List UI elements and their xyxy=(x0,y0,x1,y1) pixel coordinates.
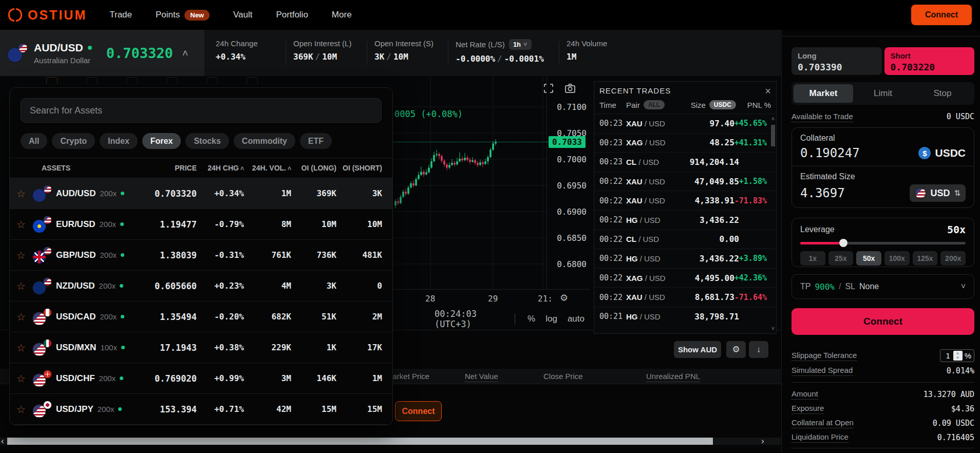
trade-size: 48.25 xyxy=(676,138,734,147)
nav-item-label: Portfolio xyxy=(276,10,308,20)
scale-button-log[interactable]: log xyxy=(545,314,557,324)
trades-scrollbar-thumb[interactable] xyxy=(771,125,775,146)
asset-filter-pill[interactable]: Stocks xyxy=(185,133,229,149)
asset-column-header[interactable]: OI (SHORT) xyxy=(336,164,382,172)
favorite-star-icon[interactable]: ☆ xyxy=(10,280,32,292)
asset-filter-pill[interactable]: ETF xyxy=(300,133,332,149)
asset-column-header[interactable]: 24H CHG˄ xyxy=(197,164,244,172)
leverage-preset-button[interactable]: 1x xyxy=(800,251,825,266)
asset-row[interactable]: ☆ USD/CHF 200x 0.769020 +0.99% 3M 146K 1… xyxy=(10,363,393,394)
asset-row[interactable]: ☆ USD/MXN 100x 17.1943 +0.38% 229K 1K 17… xyxy=(10,332,393,363)
asset-row[interactable]: ☆ USD/CAD 200x 1.35494 -0.20% 682K 51K 2… xyxy=(10,301,393,332)
favorite-star-icon[interactable]: ☆ xyxy=(10,311,32,323)
leverage-preset-button[interactable]: 200x xyxy=(940,251,966,266)
trades-scrollbar[interactable]: ˄ ˅ xyxy=(770,116,776,331)
nav-item[interactable]: More xyxy=(332,10,352,20)
horizontal-scrollbar-track[interactable] xyxy=(0,438,781,445)
leverage-slider[interactable] xyxy=(800,239,966,247)
size-currency-selector[interactable]: USD ⇅ xyxy=(910,184,966,202)
asset-filter-pill[interactable]: Forex xyxy=(142,133,181,149)
scroll-left-icon[interactable]: ‹ xyxy=(1,436,4,446)
favorite-star-icon[interactable]: ☆ xyxy=(10,372,32,385)
time-axis-label: 29 xyxy=(488,294,498,304)
chart-clock[interactable]: 00:24:03 (UTC+3) xyxy=(435,309,507,329)
positions-connect-button[interactable]: Connect xyxy=(395,401,442,421)
ostium-logo[interactable]: OSTIUM xyxy=(8,8,87,23)
favorite-star-icon[interactable]: ☆ xyxy=(10,342,32,354)
leverage-preset-button[interactable]: 100x xyxy=(884,251,910,266)
asset-max-leverage: 200x xyxy=(99,281,116,290)
favorite-star-icon[interactable]: ☆ xyxy=(10,218,32,231)
asset-filter-pill[interactable]: Index xyxy=(100,133,138,149)
camera-snapshot-icon[interactable] xyxy=(564,82,576,95)
asset-filter-pill[interactable]: Crypto xyxy=(52,133,95,149)
order-type-tab[interactable]: Market xyxy=(794,84,853,103)
trade-size: 3,436.22 xyxy=(679,254,739,263)
long-button[interactable]: Long 0.703390 xyxy=(791,47,882,75)
asset-row[interactable]: ☆ GBP/USD 200x 1.38039 -0.31% 761K 736K … xyxy=(10,240,393,271)
asset-column-header[interactable]: 24H. VOL.˄ xyxy=(244,164,291,172)
stat-24h-volume-value: 1M xyxy=(567,52,607,62)
favorite-star-icon[interactable]: ☆ xyxy=(10,187,32,200)
nav-item[interactable]: Points New xyxy=(156,10,210,21)
asset-row[interactable]: ☆ EUR/USD 200x 1.19477 -0.79% 8M 10M 10M xyxy=(10,209,393,240)
slippage-input[interactable] xyxy=(943,351,951,361)
scroll-down-icon[interactable]: ˅ xyxy=(770,325,776,331)
collateral-currency-selector[interactable]: $ USDC xyxy=(918,147,966,159)
asset-column-header[interactable]: OI (LONG) xyxy=(291,164,336,172)
pair-selector[interactable]: AUD/USD Australian Dollar 0.703320 ˄ xyxy=(0,30,204,76)
asset-table-header: ASSETS PRICE 24H CHG˄ 24H. VOL.˄ OI (LON… xyxy=(10,158,393,178)
collateral-at-open-value: 0.09 USDC xyxy=(933,419,974,428)
asset-filter-pill[interactable]: Commodity xyxy=(234,133,295,149)
nav-item[interactable]: Trade xyxy=(109,10,132,20)
asset-oi-short: 15M xyxy=(336,404,382,414)
close-icon[interactable]: × xyxy=(765,87,771,95)
tp-sl-expander[interactable]: TP 900% / SL None ˅ xyxy=(791,274,974,299)
leverage-preset-button[interactable]: 125x xyxy=(913,251,938,266)
leverage-preset-button[interactable]: 25x xyxy=(828,251,854,266)
scroll-right-icon[interactable]: › xyxy=(761,436,764,446)
favorite-star-icon[interactable]: ☆ xyxy=(10,403,32,416)
leverage-slider-thumb[interactable] xyxy=(839,239,847,247)
market-open-dot xyxy=(88,46,92,50)
axis-settings-gear-icon[interactable]: ⚙ xyxy=(560,292,568,304)
number-spinner[interactable]: ˄˅ xyxy=(953,351,963,361)
estimated-size-input[interactable]: 4.3697 xyxy=(800,186,845,200)
market-open-dot xyxy=(120,284,123,288)
favorite-star-icon[interactable]: ☆ xyxy=(10,249,32,261)
scroll-up-icon[interactable]: ˄ xyxy=(770,116,776,122)
pair-flags-icon xyxy=(32,185,52,202)
export-download-button[interactable]: ↓ xyxy=(749,341,768,358)
show-currency-button[interactable]: Show AUD xyxy=(674,341,721,358)
leverage-preset-button[interactable]: 50x xyxy=(856,251,881,266)
divider xyxy=(367,41,367,65)
asset-filter-pill[interactable]: All xyxy=(21,133,47,149)
horizontal-scrollbar-thumb[interactable] xyxy=(7,438,713,445)
scale-button-auto[interactable]: auto xyxy=(568,314,585,324)
nav-item-label: Trade xyxy=(109,10,132,20)
nav-item[interactable]: Portfolio xyxy=(276,10,308,20)
size-unit-pill[interactable]: USDC xyxy=(709,100,736,109)
search-input[interactable] xyxy=(21,105,381,116)
short-button[interactable]: Short 0.703220 xyxy=(884,47,975,75)
amount-value: 13.3270 AUD xyxy=(924,390,974,399)
order-connect-button[interactable]: Connect xyxy=(791,308,974,335)
pair-filter-pill[interactable]: ALL xyxy=(644,100,665,109)
asset-column-header[interactable]: PRICE xyxy=(143,164,197,172)
asset-price: 1.38039 xyxy=(143,250,197,260)
order-type-tab[interactable]: Stop xyxy=(913,84,972,103)
asset-row[interactable]: ☆ NZD/USD 200x 0.605660 +0.23% 4M 3K 0 xyxy=(10,271,393,301)
asset-row[interactable]: ☆ USD/JPY 200x 153.394 +0.71% 42M 15M 15… xyxy=(10,394,393,425)
collapse-pair-list-icon[interactable]: ˄ xyxy=(182,47,189,59)
net-rate-timeframe-dropdown[interactable]: 1h˅ xyxy=(509,39,532,50)
scale-button-%[interactable]: % xyxy=(527,314,535,324)
nav-item[interactable]: Vault xyxy=(233,10,253,20)
asset-row[interactable]: ☆ AUD/USD 200x 0.703320 +0.34% 1M 369K 3… xyxy=(10,178,393,209)
collateral-input[interactable]: 0.190247 xyxy=(800,146,860,160)
trade-time: 00:22 xyxy=(599,215,622,224)
positions-settings-button[interactable]: ⚙ xyxy=(726,341,746,358)
connect-wallet-button[interactable]: Connect xyxy=(911,5,972,25)
order-type-tab[interactable]: Limit xyxy=(853,84,913,103)
pair-subtitle: Australian Dollar xyxy=(34,56,92,65)
asset-column-header[interactable]: ASSETS xyxy=(32,164,143,172)
